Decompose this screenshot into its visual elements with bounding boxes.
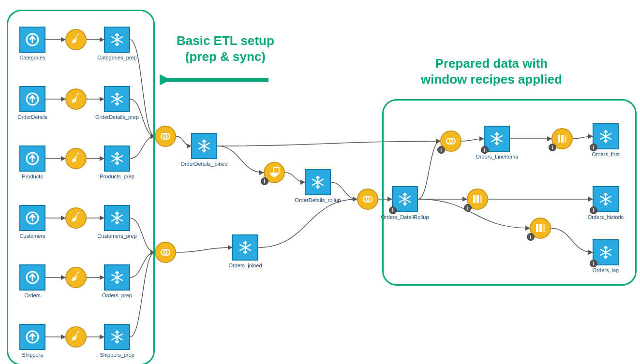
- dataset-ds_orderdetails_p[interactable]: OrderDetails_prep: [104, 86, 130, 112]
- node-label: Orders_prep: [102, 292, 132, 298]
- broom-icon[interactable]: [65, 148, 87, 169]
- connector: [258, 199, 357, 248]
- recipe-prep_products[interactable]: [65, 148, 87, 169]
- snowflake-icon[interactable]: [104, 146, 130, 172]
- dataset-ds_detailrollup[interactable]: Orders_DetailRollupi: [392, 186, 418, 212]
- connector: [217, 146, 264, 173]
- node-label: Shippers_prep: [100, 352, 134, 358]
- snowflake-icon[interactable]: [104, 324, 130, 350]
- info-badge-icon[interactable]: i: [464, 204, 472, 212]
- info-badge-icon[interactable]: i: [590, 144, 597, 151]
- info-badge-icon[interactable]: i: [261, 177, 268, 185]
- dataset-ds_od_joined[interactable]: OrderDetails_joined: [191, 133, 217, 159]
- node-label: OrderDetails: [17, 114, 47, 120]
- snowflake-icon[interactable]: [191, 133, 217, 159]
- node-label: Customers: [19, 233, 45, 239]
- broom-icon[interactable]: [65, 267, 87, 288]
- dataset-ds_shippers_p[interactable]: Shippers_prep: [104, 324, 130, 350]
- broom-icon[interactable]: [65, 326, 87, 348]
- annotation-line: window recipes applied: [421, 72, 562, 87]
- info-badge-icon[interactable]: i: [389, 206, 397, 214]
- annotation-line: (prep & sync): [185, 49, 266, 64]
- recipe-join_rollup[interactable]: [357, 189, 378, 210]
- svg-line-11: [77, 272, 80, 273]
- recipe-prep_customers[interactable]: [65, 207, 87, 229]
- dataset-src_products[interactable]: Products: [19, 146, 45, 172]
- etl-annotation-text: Basic ETL setup(prep & sync): [177, 33, 274, 64]
- recipe-prep_orderdetails[interactable]: [65, 88, 87, 110]
- dataset-ds_orders_joined[interactable]: Orders_joined: [232, 234, 258, 261]
- svg-rect-100: [561, 135, 564, 143]
- dataset-ds_lineitems[interactable]: Orders_LineItemsi: [484, 126, 510, 152]
- broom-icon[interactable]: [65, 207, 87, 229]
- snowflake-icon[interactable]: [232, 234, 258, 261]
- annotation-line: Prepared data with: [435, 56, 548, 71]
- join-icon[interactable]: [155, 126, 176, 147]
- node-label: Customers_prep: [97, 233, 136, 239]
- node-label: Orders_joined: [228, 262, 262, 268]
- dataset-src_categories[interactable]: Categories: [19, 27, 45, 53]
- node-label: Categories_prep: [97, 55, 136, 60]
- source-icon[interactable]: [19, 264, 45, 291]
- svg-line-12: [77, 331, 80, 333]
- snowflake-icon[interactable]: [104, 86, 130, 112]
- recipe-win_lag[interactable]: i: [530, 218, 551, 239]
- snowflake-icon[interactable]: [305, 169, 331, 195]
- dataset-ds_lag[interactable]: Orders_lagi: [593, 239, 619, 265]
- node-label: Shippers: [22, 352, 43, 358]
- svg-rect-110: [476, 195, 479, 203]
- source-icon[interactable]: [19, 146, 45, 172]
- source-icon[interactable]: [19, 205, 45, 231]
- svg-rect-111: [480, 195, 482, 203]
- node-label: Orders_historic: [588, 214, 624, 220]
- recipe-win_historic[interactable]: i: [467, 189, 488, 210]
- info-badge-icon[interactable]: i: [590, 260, 597, 267]
- svg-rect-64: [274, 168, 279, 173]
- recipe-join_lineitems[interactable]: i: [440, 131, 461, 152]
- recipe-join_orders[interactable]: [155, 242, 176, 263]
- dataset-ds_customers_p[interactable]: Customers_prep: [104, 205, 130, 231]
- recipe-group_od[interactable]: i: [264, 162, 285, 183]
- svg-line-8: [77, 93, 80, 95]
- dataset-ds_first[interactable]: Orders_firsti: [593, 123, 619, 149]
- dataset-ds_orders_p[interactable]: Orders_prep: [104, 264, 130, 291]
- join-icon[interactable]: [357, 189, 378, 210]
- broom-icon[interactable]: [65, 88, 87, 110]
- node-label: Orders_LineItems: [476, 154, 518, 160]
- info-badge-icon[interactable]: i: [481, 146, 489, 154]
- flow-canvas[interactable]: { "annotations": { "etl_box": {"x":14,"y…: [0, 0, 640, 364]
- join-icon[interactable]: [155, 242, 176, 263]
- dataset-src_orders[interactable]: Orders: [19, 264, 45, 291]
- recipe-win_first[interactable]: i: [551, 128, 573, 149]
- dataset-ds_historic[interactable]: Orders_historici: [593, 186, 619, 212]
- dataset-ds_od_rollup[interactable]: OrderDetails_rollup: [305, 169, 331, 195]
- recipe-join_od[interactable]: [155, 126, 176, 147]
- source-icon[interactable]: [19, 86, 45, 112]
- broom-icon[interactable]: [65, 29, 87, 50]
- dataset-src_customers[interactable]: Customers: [19, 205, 45, 231]
- dataset-src_orderdetails[interactable]: OrderDetails: [19, 86, 45, 112]
- source-icon[interactable]: [19, 27, 45, 53]
- node-label: Orders_first: [592, 151, 619, 157]
- info-badge-icon[interactable]: i: [590, 206, 597, 214]
- node-label: Categories: [19, 55, 45, 60]
- snowflake-icon[interactable]: [104, 27, 130, 53]
- prepared-annotation-text: Prepared data withwindow recipes applied: [421, 56, 562, 87]
- node-label: Products_prep: [100, 174, 134, 179]
- node-label: Products: [22, 174, 43, 179]
- connector: [331, 182, 357, 199]
- recipe-prep_shippers[interactable]: [65, 326, 87, 348]
- svg-rect-101: [565, 135, 566, 143]
- snowflake-icon[interactable]: [104, 264, 130, 291]
- dataset-ds_categories_p[interactable]: Categories_prep: [104, 27, 130, 53]
- snowflake-icon[interactable]: [104, 205, 130, 231]
- dataset-ds_products_p[interactable]: Products_prep: [104, 146, 130, 172]
- svg-line-9: [77, 153, 80, 154]
- info-badge-icon[interactable]: i: [437, 146, 445, 154]
- dataset-src_shippers[interactable]: Shippers: [19, 324, 45, 350]
- source-icon[interactable]: [19, 324, 45, 350]
- info-badge-icon[interactable]: i: [527, 233, 535, 241]
- info-badge-icon[interactable]: i: [549, 144, 556, 151]
- recipe-prep_categories[interactable]: [65, 29, 87, 50]
- recipe-prep_orders[interactable]: [65, 267, 87, 288]
